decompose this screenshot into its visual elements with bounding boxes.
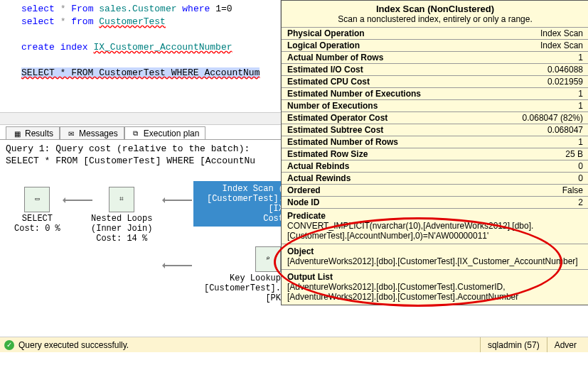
property-value: Index Scan — [487, 28, 588, 40]
identifier: IX_Customer_AccountNumber — [93, 42, 232, 53]
property-key: Estimated Number of Executions — [282, 88, 487, 100]
plan-node-key-lookup[interactable]: ⌕ Key Lookup [CustomerTest].[PK — [189, 246, 281, 303]
tooltip-property-row: Estimated I/O Cost0.046088 — [282, 64, 588, 76]
tab-label: Results — [25, 129, 53, 138]
property-value: 25 B — [487, 148, 588, 160]
sql-editor[interactable]: select * From sales.Customer where 1=0 s… — [0, 0, 281, 110]
plan-edge — [164, 265, 192, 266]
section-label: Output List — [287, 272, 583, 282]
plan-query-header: Query 1: Query cost (relative to the bat… — [0, 140, 281, 168]
property-key: Node ID — [282, 197, 487, 209]
tooltip-property-row: OrderedFalse — [282, 185, 588, 197]
plan-node-label: Index Scan ( — [196, 184, 281, 194]
plan-node-label: Key Lookup — [189, 273, 281, 283]
status-message: Query executed successfully. — [18, 340, 129, 350]
editor-scrollbar-horizontal[interactable] — [0, 112, 281, 125]
property-key: Estimated I/O Cost — [282, 64, 487, 76]
property-key: Estimated Row Size — [282, 148, 487, 160]
property-key: Logical Operation — [282, 40, 487, 52]
plan-node-subtitle: [CustomerTest].[IX — [196, 194, 281, 214]
operator-tooltip: Index Scan (NonClustered) Scan a nonclus… — [281, 0, 588, 305]
predicate-text: CONVERT_IMPLICIT(nvarchar(10),[Adventure… — [287, 221, 533, 241]
grid-icon: ▦ — [12, 129, 22, 138]
status-user: sqladmin (57) — [480, 337, 547, 352]
property-key: Actual Rebinds — [282, 160, 487, 173]
tooltip-properties-table: Physical OperationIndex ScanLogical Oper… — [282, 27, 588, 208]
property-key: Ordered — [282, 185, 487, 197]
plan-edge — [64, 200, 92, 201]
star-operator: * — [60, 16, 66, 27]
tooltip-property-row: Estimated Subtree Cost0.068047 — [282, 124, 588, 136]
plan-node-cost: Cost: 14 % — [91, 234, 152, 244]
tab-execution-plan[interactable]: ⧉ Execution plan — [124, 126, 206, 141]
tooltip-title: Index Scan (NonClustered) — [282, 1, 588, 14]
select-operator-icon: ▭ — [24, 187, 50, 212]
output-text: [AdventureWorks2012].[dbo].[CustomerTest… — [287, 282, 518, 302]
plan-node-cost: Cost — [196, 214, 281, 224]
tooltip-property-row: Actual Rewinds0 — [282, 173, 588, 185]
keyword: From — [71, 4, 93, 14]
property-value: 0.046088 — [487, 64, 588, 76]
plan-node-label: SELECT — [14, 214, 60, 224]
success-icon: ✓ — [4, 340, 14, 350]
property-key: Estimated Subtree Cost — [282, 124, 487, 136]
message-icon: ✉ — [66, 129, 76, 138]
key-lookup-icon: ⌕ — [255, 246, 281, 272]
plan-node-subtitle: (Inner Join) — [91, 224, 152, 234]
property-value: 0.068047 (82%) — [487, 112, 588, 124]
tooltip-property-row: Estimated Number of Rows1 — [282, 136, 588, 148]
property-value: 2 — [487, 197, 588, 209]
tab-label: Execution plan — [144, 129, 200, 138]
keyword: index — [60, 42, 88, 53]
keyword: where — [182, 4, 210, 14]
tooltip-property-row: Estimated Operator Cost0.068047 (82%) — [282, 112, 588, 124]
property-value: 1 — [487, 88, 588, 100]
keyword: select — [21, 4, 55, 14]
status-bar: ✓ Query executed successfully. sqladmin … — [0, 337, 588, 352]
property-key: Estimated CPU Cost — [282, 76, 487, 88]
tab-messages[interactable]: ✉ Messages — [60, 126, 124, 140]
tooltip-output-section: Output List [AdventureWorks2012].[dbo].[… — [282, 269, 588, 305]
property-value: 0 — [487, 160, 588, 173]
tooltip-property-row: Node ID2 — [282, 197, 588, 209]
property-value: 0.068047 — [487, 124, 588, 136]
execution-plan-panel[interactable]: Query 1: Query cost (relative to the bat… — [0, 139, 281, 337]
tooltip-property-row: Actual Number of Rows1 — [282, 52, 588, 64]
property-value: False — [487, 185, 588, 197]
property-value: 1 — [487, 136, 588, 148]
property-value: 1 — [487, 100, 588, 112]
tooltip-property-row: Number of Executions1 — [282, 100, 588, 112]
keyword: select — [21, 16, 55, 27]
property-key: Estimated Operator Cost — [282, 112, 487, 124]
plan-node-cost: Cost: 0 % — [14, 224, 60, 234]
object-text: [AdventureWorks2012].[dbo].[CustomerTest… — [287, 256, 578, 266]
tooltip-property-row: Physical OperationIndex Scan — [282, 28, 588, 40]
identifier: sales.Customer — [99, 4, 176, 14]
tooltip-property-row: Logical OperationIndex Scan — [282, 40, 588, 52]
tooltip-subtitle: Scan a nonclustered index, entirely or o… — [282, 14, 588, 27]
property-key: Actual Number of Rows — [282, 52, 487, 64]
property-key: Physical Operation — [282, 28, 487, 40]
plan-node-nested-loops[interactable]: ⌗ Nested Loops (Inner Join) Cost: 14 % — [91, 187, 152, 244]
property-value: Index Scan — [487, 40, 588, 52]
keyword: create — [21, 42, 55, 53]
tooltip-property-row: Estimated Row Size25 B — [282, 148, 588, 160]
tooltip-predicate-section: Predicate CONVERT_IMPLICIT(nvarchar(10),… — [282, 208, 588, 244]
selected-sql-line: SELECT * FROM CustomerTest WHERE Account… — [21, 67, 260, 78]
plan-node-label: Nested Loops — [91, 214, 152, 224]
status-right-group: sqladmin (57) Adver — [480, 337, 584, 352]
tooltip-property-row: Actual Rebinds0 — [282, 160, 588, 173]
plan-node-index-scan[interactable]: Index Scan ( [CustomerTest].[IX Cost — [193, 181, 281, 227]
identifier: CustomerTest — [99, 16, 166, 27]
tab-results[interactable]: ▦ Results — [6, 126, 60, 140]
plan-node-select[interactable]: ▭ SELECT Cost: 0 % — [14, 187, 60, 234]
property-key: Number of Executions — [282, 100, 487, 112]
plan-edge — [164, 200, 192, 201]
tab-label: Messages — [79, 129, 118, 138]
star-operator: * — [60, 4, 66, 14]
plan-node-subtitle: [CustomerTest].[PK — [189, 283, 281, 303]
section-label: Predicate — [287, 211, 583, 221]
keyword: from — [71, 16, 93, 27]
status-database: Adver — [547, 337, 584, 352]
plan-icon: ⧉ — [131, 129, 141, 138]
